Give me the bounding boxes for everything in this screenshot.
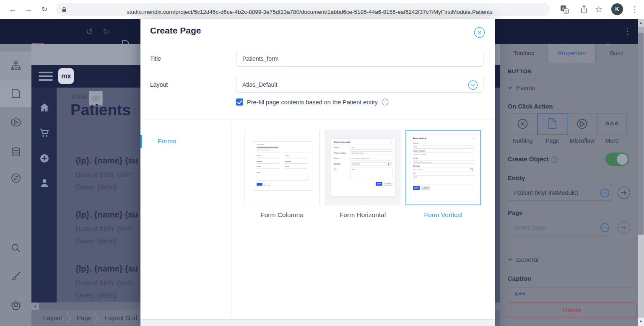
modal-title: Create Page xyxy=(150,26,201,36)
template-card[interactable] xyxy=(244,130,319,205)
delete-button[interactable]: Delete xyxy=(508,303,636,318)
tab-toolbox[interactable]: Toolbox xyxy=(500,44,548,63)
general-section-header[interactable]: General xyxy=(516,256,538,263)
scroll-left-button[interactable] xyxy=(31,303,39,310)
template-form-columns[interactable]: Form Columns xyxy=(244,130,319,219)
browser-profile-avatar[interactable]: K xyxy=(611,3,623,15)
vertical-scrollbar-thumb[interactable] xyxy=(638,33,644,235)
template-form-horizontal[interactable]: Form horizontal x NameBob Phone number(8… xyxy=(325,130,400,219)
list-item-primary: {lp}. {name} {su xyxy=(75,264,138,274)
cart-icon xyxy=(39,128,50,138)
action-option-page[interactable] xyxy=(538,113,567,135)
translate-icon[interactable]: A 文 xyxy=(560,5,569,14)
horizontal-scrollbar-thumb[interactable] xyxy=(39,303,140,310)
tab-properties[interactable]: Properties xyxy=(548,44,596,63)
scroll-up-button[interactable]: ▲ xyxy=(638,19,644,27)
action-label-page: Page xyxy=(538,137,567,144)
vertical-scrollbar[interactable]: ▲ ▼ xyxy=(638,19,644,326)
list-item-owes: Owes: {debit} xyxy=(75,237,117,245)
dropdown-chevron-icon xyxy=(468,80,478,90)
info-icon xyxy=(382,98,389,106)
mini-form-title: Form horizontal xyxy=(334,141,350,143)
toolbar-menu-icon[interactable]: ⋮ xyxy=(621,19,634,44)
settings-gear-icon[interactable] xyxy=(10,300,21,310)
page-field[interactable] xyxy=(508,220,612,235)
share-icon[interactable] xyxy=(579,5,589,14)
action-option-more[interactable] xyxy=(597,113,627,135)
screen: ← → ↻ studio.mendix.com/project/5c12d46c… xyxy=(0,0,644,326)
prefill-checkbox[interactable] xyxy=(236,98,243,106)
list-item-owes: Owes: {debit} xyxy=(75,291,117,299)
page-title-input[interactable] xyxy=(236,51,483,67)
breadcrumb-chevron-icon xyxy=(93,312,99,324)
caption-label: Caption xyxy=(508,275,531,282)
page-goto-button[interactable] xyxy=(618,221,630,234)
breadcrumb-item-layout-grid[interactable]: Layout Grid xyxy=(105,314,138,321)
address-bar[interactable]: studio.mendix.com/project/5c12d46c-d6ce-… xyxy=(56,3,550,16)
navigation-tree-icon[interactable] xyxy=(10,61,21,72)
calendar-icon xyxy=(388,163,391,166)
caption-input-clipped xyxy=(508,287,636,295)
create-page-modal: Create Page Title Layout Atlas_Default P… xyxy=(140,19,495,326)
microflows-icon[interactable] xyxy=(10,117,21,128)
mini-cancel-button: Cancel xyxy=(421,186,430,190)
template-card-selected[interactable]: Form vertical x Name Bob Phone number (8… xyxy=(405,130,481,205)
browser-back-icon[interactable]: ← xyxy=(7,0,18,19)
forms-active-indicator xyxy=(140,135,142,148)
collapse-chevron-icon[interactable] xyxy=(508,86,512,89)
redo-icon[interactable]: ↻ xyxy=(100,19,112,44)
action-label-nothing: Nothing xyxy=(508,137,538,144)
tab-buzz[interactable]: Buzz xyxy=(596,44,638,63)
browser-menu-icon[interactable]: ⋮ xyxy=(629,0,641,19)
theme-brush-icon[interactable] xyxy=(10,271,21,282)
info-icon xyxy=(551,156,558,163)
breadcrumb-chevron-icon xyxy=(66,312,72,324)
list-item-dob: Date of birth: {birth xyxy=(75,225,133,233)
caption-input[interactable] xyxy=(508,287,636,295)
collapse-chevron-icon[interactable] xyxy=(508,258,512,261)
calendar-icon xyxy=(470,168,473,171)
page-ellipsis-icon[interactable] xyxy=(600,223,610,233)
more-dots-icon xyxy=(597,114,626,134)
scroll-down-button[interactable]: ▼ xyxy=(638,318,644,326)
properties-panel: Toolbox Properties Buzz BUTTON Events On… xyxy=(500,44,638,326)
create-object-label: Create Object xyxy=(508,155,549,163)
template-form-vertical[interactable]: Form vertical x Name Bob Phone number (8… xyxy=(405,130,481,219)
nothing-icon xyxy=(508,114,537,134)
layout-field-label: Layout xyxy=(150,81,168,88)
close-icon[interactable] xyxy=(474,27,485,38)
pages-icon[interactable] xyxy=(10,88,21,99)
microflow-icon xyxy=(568,114,597,134)
breadcrumb-item-layout[interactable]: Layout xyxy=(43,314,62,321)
mini-close-icon: x xyxy=(392,141,393,143)
hamburger-menu-icon[interactable] xyxy=(38,71,54,82)
page-icon xyxy=(538,114,566,134)
navigation-icon[interactable] xyxy=(10,173,21,184)
app-brand-logo: mx xyxy=(58,68,74,84)
plus-circle-icon xyxy=(39,153,50,164)
bookmark-star-icon[interactable]: ☆ xyxy=(593,0,605,19)
search-icon[interactable] xyxy=(10,243,21,254)
action-option-microflow[interactable] xyxy=(567,113,597,135)
scroll-left-arrow-icon xyxy=(31,303,39,310)
page-field-label: Page xyxy=(508,209,523,216)
create-object-toggle[interactable] xyxy=(605,153,629,166)
events-section-header[interactable]: Events xyxy=(516,84,535,91)
layout-dropdown[interactable]: Atlas_Default xyxy=(236,77,483,93)
goto-arrow-icon xyxy=(618,222,629,233)
entity-ellipsis-icon[interactable] xyxy=(600,188,610,198)
breadcrumb-item-page[interactable]: Page xyxy=(77,314,91,321)
goto-arrow-icon xyxy=(618,187,629,198)
entity-goto-button[interactable] xyxy=(618,186,630,199)
domain-model-icon[interactable] xyxy=(10,147,21,158)
modal-nav-forms[interactable]: Forms xyxy=(158,137,176,145)
prefill-label: Pre-fill page contents based on the Pati… xyxy=(247,99,378,106)
browser-chrome: ← → ↻ studio.mendix.com/project/5c12d46c… xyxy=(0,0,644,19)
modal-divider xyxy=(231,119,231,319)
browser-reload-icon[interactable]: ↻ xyxy=(39,0,50,19)
template-card[interactable]: Form horizontal x NameBob Phone number(8… xyxy=(325,130,400,205)
entity-field[interactable] xyxy=(508,185,612,201)
undo-icon[interactable]: ↺ xyxy=(83,19,96,44)
action-option-nothing[interactable] xyxy=(508,113,538,135)
browser-forward-icon[interactable]: → xyxy=(23,0,34,19)
